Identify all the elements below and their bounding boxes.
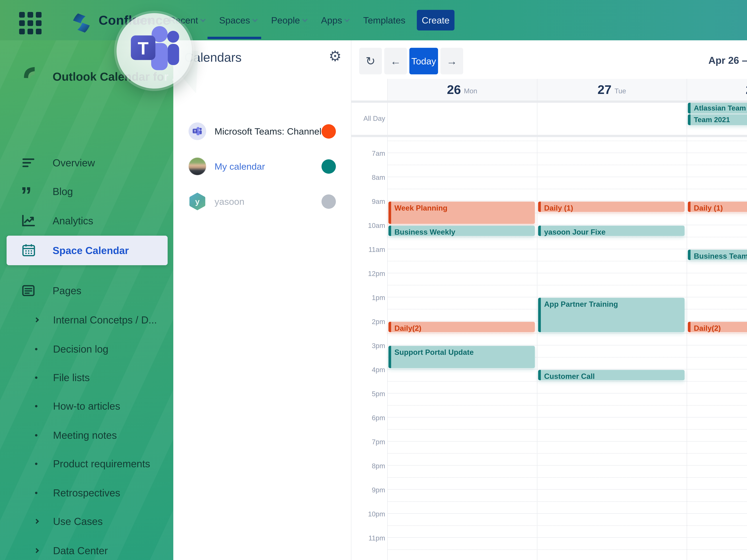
calendar-color-dot[interactable] bbox=[321, 159, 336, 174]
day-number: 28 bbox=[746, 82, 747, 97]
space-sidebar: Outlook Calendar for ... Overview”BlogAn… bbox=[0, 40, 173, 560]
sidebar-item-label: Analytics bbox=[53, 212, 93, 230]
sidebar-item-blog[interactable]: ”Blog bbox=[0, 183, 173, 201]
event-title: Support Portal Update bbox=[391, 346, 535, 357]
half-hour-gridline bbox=[387, 477, 747, 478]
calendar-color-dot[interactable] bbox=[321, 194, 336, 209]
top-nav-item-label: People bbox=[271, 15, 300, 26]
time-label: 10am bbox=[352, 221, 385, 230]
time-label: 9am bbox=[352, 197, 385, 206]
column-gridline bbox=[687, 79, 687, 560]
sidebar-page-item[interactable]: Internal Concetps / D... bbox=[0, 311, 173, 329]
day-name: Mon bbox=[464, 87, 477, 95]
chevron-down-icon bbox=[200, 17, 206, 22]
chevron-right-icon bbox=[35, 512, 38, 530]
event-title: Daily(2) bbox=[691, 322, 747, 333]
event-title: App Partner Training bbox=[541, 298, 685, 309]
sidebar-page-item[interactable]: •Retrospectives bbox=[0, 484, 173, 502]
trend-chart-icon bbox=[21, 213, 36, 229]
space-calendar-label: Space Calendar bbox=[53, 236, 129, 265]
app-switcher-icon[interactable] bbox=[19, 12, 42, 34]
event-title: Daily(2) bbox=[391, 322, 535, 333]
column-gridline bbox=[387, 79, 388, 560]
half-hour-gridline bbox=[387, 261, 747, 261]
top-nav-item-apps[interactable]: Apps bbox=[321, 15, 349, 26]
top-nav-item-spaces[interactable]: Spaces bbox=[219, 15, 257, 26]
bullet-glyph: • bbox=[35, 488, 38, 498]
calendar-event[interactable]: App Partner Training bbox=[538, 298, 685, 332]
sidebar-item-analytics[interactable]: Analytics bbox=[0, 212, 173, 230]
calendar-event[interactable]: Business Weekly bbox=[388, 225, 535, 236]
top-nav-item-people[interactable]: People bbox=[271, 15, 307, 26]
time-label: 7pm bbox=[352, 438, 385, 446]
chevron-right-icon bbox=[35, 311, 38, 329]
sidebar-page-item[interactable]: •Meeting notes bbox=[0, 426, 173, 444]
calendar-event[interactable]: Support Portal Update bbox=[388, 346, 535, 368]
sidebar-page-item[interactable]: Use Cases bbox=[0, 512, 173, 530]
time-label: 2pm bbox=[352, 318, 385, 326]
day-header: 27Tue bbox=[537, 79, 687, 101]
bullet-icon: • bbox=[35, 426, 38, 444]
calendar-event[interactable]: yasoon Jour Fixe bbox=[538, 225, 685, 236]
hour-gridline bbox=[387, 465, 747, 465]
sidebar-page-item-label: Retrospectives bbox=[53, 484, 120, 502]
hour-gridline bbox=[387, 177, 747, 177]
calendar-list-item[interactable]: TMicrosoft Teams: Channel bbox=[173, 122, 352, 141]
time-label: 8am bbox=[352, 174, 385, 182]
sidebar-item-label: Blog bbox=[53, 183, 73, 201]
date-range-label: Apr 26 – 30, 2021 bbox=[352, 55, 747, 66]
calendar-event[interactable]: Daily(2) bbox=[688, 322, 747, 332]
sidebar-page-item[interactable]: •How-to articles bbox=[0, 397, 173, 415]
event-title: Business Weekly bbox=[391, 225, 535, 237]
time-label: 3pm bbox=[352, 342, 385, 350]
calendar-list-item[interactable]: My calendar bbox=[173, 157, 352, 176]
time-label: 12pm bbox=[352, 270, 385, 277]
hour-gridline bbox=[387, 201, 747, 201]
sidebar-item-pages[interactable]: Pages bbox=[0, 282, 173, 299]
time-label: 11pm bbox=[352, 534, 385, 542]
sidebar-page-item-label: Internal Concetps / D... bbox=[53, 311, 157, 329]
event-title: Atlassian Team 2021 - Digital Experience bbox=[691, 103, 747, 113]
top-nav-item-label: Apps bbox=[321, 15, 342, 26]
time-label: 10pm bbox=[352, 510, 385, 518]
calendar-event[interactable]: Week Planning bbox=[388, 202, 535, 224]
calendar-event[interactable]: Business Team Sync: Allerhand bbox=[688, 250, 747, 260]
sidebar-page-item[interactable]: Data Center bbox=[0, 542, 173, 560]
sidebar-page-item-label: How-to articles bbox=[53, 397, 120, 415]
sidebar-page-item[interactable]: •Product requirements bbox=[0, 455, 173, 473]
calendar-event[interactable]: Customer Call bbox=[538, 370, 685, 380]
calendar-color-dot[interactable] bbox=[321, 124, 336, 139]
calendar-event[interactable]: Daily (1) bbox=[538, 202, 685, 212]
half-hour-gridline bbox=[387, 405, 747, 406]
all-day-event[interactable]: Atlassian Team 2021 - Digital Experience bbox=[688, 103, 747, 113]
event-title: Daily (1) bbox=[691, 202, 747, 213]
half-hour-gridline bbox=[387, 525, 747, 526]
sidebar-texture bbox=[0, 40, 173, 560]
calendars-settings-gear-icon[interactable]: ⚙ bbox=[329, 49, 341, 63]
event-title: Business Team Sync: Allerhand bbox=[691, 250, 747, 261]
time-label: 1pm bbox=[352, 294, 385, 302]
day-name: Tue bbox=[615, 87, 626, 95]
sidebar-item-overview[interactable]: Overview bbox=[0, 154, 173, 172]
calendar-name: My calendar bbox=[214, 157, 265, 176]
sidebar-page-item[interactable]: •File lists bbox=[0, 369, 173, 386]
sidebar-page-item[interactable]: •Decision log bbox=[0, 340, 173, 358]
top-nav-item-templates[interactable]: Templates bbox=[363, 15, 406, 26]
all-day-event[interactable]: Team 2021 bbox=[688, 114, 747, 125]
half-hour-gridline bbox=[387, 141, 747, 141]
bullet-icon: • bbox=[35, 397, 38, 415]
half-hour-gridline bbox=[387, 189, 747, 189]
sidebar-page-item-label: File lists bbox=[53, 369, 90, 386]
chevron-right-icon bbox=[35, 542, 38, 560]
create-button[interactable]: Create bbox=[417, 10, 455, 30]
pages-icon bbox=[21, 283, 36, 298]
calendar-event[interactable]: Daily(2) bbox=[388, 322, 535, 332]
day-header: 26Mon bbox=[387, 79, 537, 101]
half-hour-gridline bbox=[387, 381, 747, 381]
calendar-list-item[interactable]: yyasoon bbox=[173, 192, 352, 211]
calendar-event[interactable]: Daily (1) bbox=[688, 202, 747, 212]
divider-band bbox=[352, 101, 747, 103]
sidebar-item-space-calendar[interactable]: Space Calendar bbox=[6, 236, 168, 265]
calendar-name: Microsoft Teams: Channel bbox=[214, 122, 321, 141]
time-label: 11am bbox=[352, 245, 385, 254]
